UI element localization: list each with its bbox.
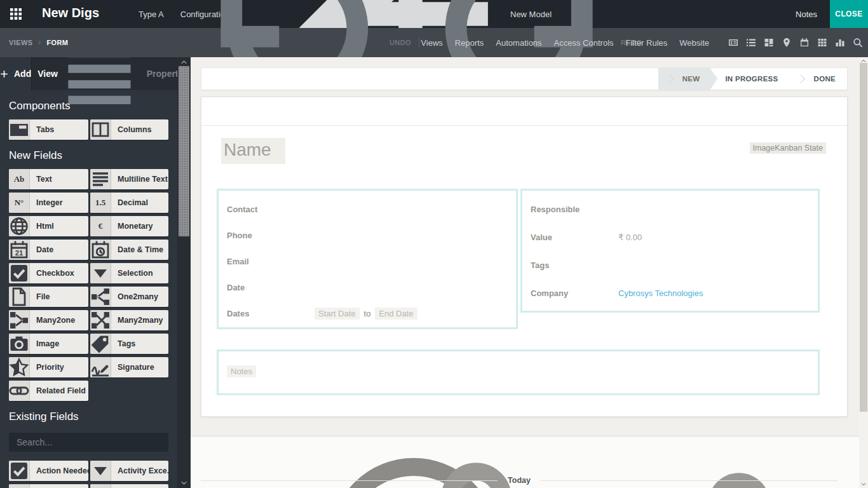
apps-menu-icon[interactable] — [10, 8, 22, 20]
field-button[interactable]: Related Field — [9, 381, 88, 401]
existing-fields-search-input[interactable] — [9, 433, 168, 452]
notes-field[interactable]: Notes — [217, 349, 820, 395]
field-row-tags[interactable]: Tags — [531, 260, 810, 271]
form-button-box[interactable] — [201, 97, 847, 126]
field-button[interactable]: One2many — [90, 287, 168, 307]
list-view-icon[interactable] — [746, 37, 756, 48]
tabs-icon — [9, 119, 30, 140]
existing-field-button[interactable]: Action Needed — [9, 461, 88, 481]
field-label: Responsible — [531, 205, 618, 214]
sidebar-tab[interactable]: View — [31, 57, 58, 90]
field-button[interactable]: Image — [9, 334, 88, 354]
field-row-company[interactable]: Company Cybrosys Technologies — [531, 288, 810, 299]
field-row-contact[interactable]: Contact — [227, 204, 508, 215]
editor-tab[interactable]: Reports — [455, 38, 484, 48]
sidebar-tab[interactable]: Properties — [58, 57, 191, 90]
chevron-up-icon[interactable] — [180, 59, 188, 65]
left-field-group: Contact Phone Email Date Dates Start Dat… — [217, 189, 518, 329]
pivot-view-icon[interactable] — [817, 37, 827, 48]
company-link[interactable]: Cybrosys Technologies — [618, 288, 703, 298]
sidebar-scrollbar[interactable] — [177, 57, 191, 488]
form-sheet: Name ImageKanban State Contact Phone Ema… — [201, 97, 848, 417]
editor-tab[interactable]: Website — [679, 38, 709, 48]
field-row-value[interactable]: Value ₹ 0.00 — [531, 232, 810, 243]
menu-item[interactable]: Type A — [139, 10, 164, 19]
breadcrumb-views[interactable]: VIEWS — [9, 39, 32, 46]
calendar-view-icon[interactable] — [799, 37, 810, 48]
field-button[interactable]: Selection — [90, 263, 168, 283]
field-button[interactable]: € Monetary — [90, 216, 168, 236]
start-date-input[interactable]: Start Date — [315, 308, 360, 320]
field-row-date[interactable]: Date — [227, 282, 508, 293]
statusbar-step[interactable]: IN PROGRESS — [714, 68, 789, 90]
field-button[interactable]: Multiline Text — [90, 169, 168, 189]
field-button-label: One2many — [111, 292, 161, 301]
map-view-icon[interactable] — [782, 37, 792, 48]
selection-icon — [90, 461, 111, 481]
graph-view-icon[interactable] — [835, 37, 845, 48]
checkbox-icon — [9, 263, 30, 283]
field-button[interactable]: File — [9, 287, 88, 307]
field-button[interactable]: Html — [9, 216, 88, 236]
field-button[interactable]: Ab Text — [9, 169, 88, 189]
field-button[interactable]: N° Integer — [9, 193, 88, 213]
statusbar-step[interactable]: DONE — [790, 68, 847, 90]
view-switcher — [728, 37, 863, 48]
euro-icon: € — [90, 216, 111, 236]
chevron-down-icon[interactable] — [860, 482, 867, 487]
field-button[interactable]: 21 Date — [9, 240, 88, 260]
sidebar-tab[interactable]: Add — [0, 57, 31, 90]
field-button-label: Decimal — [111, 198, 151, 207]
component-button[interactable]: Columns — [90, 119, 168, 140]
close-studio-button[interactable]: CLOSE — [830, 0, 868, 28]
field-button[interactable]: Many2many — [90, 310, 168, 330]
form-statusbar: NEW IN PROGRESS DONE — [201, 67, 848, 90]
divider — [419, 37, 419, 48]
checkbox-icon — [9, 461, 30, 481]
form-view-icon[interactable] — [728, 37, 738, 48]
editor-tab[interactable]: Filter Rules — [626, 38, 668, 48]
field-button[interactable]: Date & Time — [90, 240, 168, 260]
existing-fields-grid-overflow — [0, 484, 191, 488]
notes-button[interactable]: Notes — [787, 0, 826, 28]
kanban-view-icon[interactable] — [764, 37, 774, 48]
field-row-email[interactable]: Email — [227, 256, 508, 267]
breadcrumb: VIEWS FORM — [9, 28, 68, 57]
field-button[interactable]: Many2one — [9, 310, 88, 330]
field-button[interactable]: Tags — [90, 334, 168, 354]
field-button-label: Date — [30, 245, 56, 254]
field-button-label: Html — [30, 222, 57, 231]
statusbar-step-label: NEW — [682, 75, 700, 83]
camera-icon — [9, 334, 30, 354]
new-fields-grid: Ab Text Multiline Text N° Integer 1.5 De… — [0, 169, 191, 401]
field-button[interactable]: Signature — [90, 357, 168, 377]
editor-tab[interactable]: Access Controls — [554, 38, 614, 48]
main-scrollbar-thumb[interactable] — [860, 63, 867, 412]
field-row-phone[interactable]: Phone — [227, 230, 508, 241]
field-button[interactable]: Priority — [9, 357, 88, 377]
main-scrollbar[interactable] — [859, 57, 868, 488]
chevron-down-icon[interactable] — [180, 480, 188, 486]
statusbar-step[interactable]: NEW — [658, 68, 718, 90]
date-divider-label: Today — [508, 476, 531, 485]
field-button-label: File — [30, 292, 53, 301]
kanban-state-field[interactable]: ImageKanban State — [750, 142, 827, 154]
components-grid: Tabs Columns — [0, 119, 191, 140]
field-row-dates[interactable]: Dates Start Date to End Date — [227, 308, 508, 319]
end-date-input[interactable]: End Date — [375, 308, 417, 320]
existing-field-button[interactable]: Activity Exce... — [90, 461, 168, 481]
editor-tab[interactable]: Views — [421, 38, 442, 48]
field-button-label: Multiline Text — [111, 175, 168, 184]
field-button[interactable]: Checkbox — [9, 263, 88, 283]
field-button-partial[interactable] — [9, 484, 88, 488]
component-button[interactable]: Tabs — [9, 119, 88, 140]
calendar-clock-icon — [90, 240, 111, 260]
search-icon[interactable] — [853, 37, 863, 48]
field-row-responsible[interactable]: Responsible — [531, 204, 810, 215]
name-title-input[interactable]: Name — [221, 138, 285, 164]
sidebar-scrollbar-thumb[interactable] — [179, 66, 189, 236]
editor-tab[interactable]: Automations — [496, 38, 541, 48]
plus-icon — [0, 70, 8, 78]
field-button-partial[interactable] — [90, 484, 168, 488]
field-button[interactable]: 1.5 Decimal — [90, 193, 168, 213]
